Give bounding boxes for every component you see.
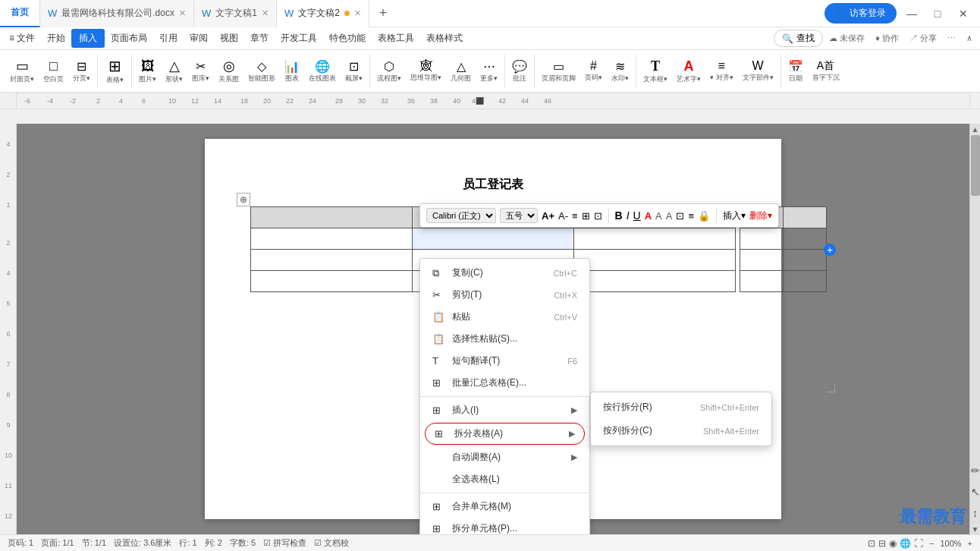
menu-insert[interactable]: 插入 xyxy=(71,29,105,48)
add-tab-button[interactable]: + xyxy=(369,0,397,27)
ctx-cut[interactable]: ✂ 剪切(T) Ctrl+X xyxy=(420,284,589,306)
arttext-button[interactable]: A 艺术字▾ xyxy=(673,56,705,87)
ctx-paste[interactable]: 📋 粘贴 Ctrl+V xyxy=(420,306,589,328)
blank-page-button[interactable]: □ 空白页 xyxy=(39,56,68,87)
table-move-handle[interactable]: ⊕ xyxy=(237,193,250,206)
screenshot-button[interactable]: ⊡ 截屏▾ xyxy=(341,56,366,87)
table-fmt-button[interactable]: ⊞ xyxy=(582,210,590,222)
italic-button[interactable]: I xyxy=(627,209,630,222)
add-column-button[interactable]: + xyxy=(824,244,836,256)
ctx-insert[interactable]: ⊞ 插入(I) ▶ xyxy=(420,399,589,421)
font-shrink-button[interactable]: A- xyxy=(558,210,568,222)
scrollbar-vertical[interactable]: ▲ ✏ ↖ ↕ ▼ xyxy=(969,124,980,534)
table-resize-handle[interactable] xyxy=(826,383,835,392)
shading-button[interactable]: A xyxy=(666,210,673,222)
insert-fmt-button[interactable]: 插入▾ xyxy=(723,209,746,222)
scroll-up-button[interactable]: ▲ xyxy=(970,124,980,134)
unsaved-button[interactable]: ☁ 未保存 xyxy=(825,30,869,47)
menu-tablestyle[interactable]: 表格样式 xyxy=(420,29,469,48)
ctx-translate[interactable]: T 短句翻译(T) F6 xyxy=(420,350,589,372)
lock-button[interactable]: 🔒 xyxy=(698,210,710,222)
wordart-button[interactable]: W 文字部件▾ xyxy=(739,56,777,87)
ctx-mergecell[interactable]: ⊞ 合并单元格(M) xyxy=(420,496,589,518)
align-button[interactable]: ≡ ▾ 对齐▾ xyxy=(706,56,737,87)
section-break-button[interactable]: ⊟ 分页▾ xyxy=(69,56,94,87)
ctx-autoadjust[interactable]: 自动调整(A) ▶ xyxy=(420,446,589,468)
tab-doc3[interactable]: W 文字文稿2 ✕ xyxy=(277,0,369,27)
zoom-plus-button[interactable]: + xyxy=(968,539,972,548)
share-button[interactable]: ↗ 分享 xyxy=(905,30,941,47)
flowchart-button[interactable]: ⬡ 流程图▾ xyxy=(373,56,405,87)
close-button[interactable]: ✕ xyxy=(953,3,974,24)
menu-chapter[interactable]: 章节 xyxy=(244,29,275,48)
tab-doc1-close[interactable]: ✕ xyxy=(179,8,186,18)
tab-doc2-close[interactable]: ✕ xyxy=(262,8,269,18)
table-button[interactable]: ⊞ 表格▾ xyxy=(101,56,128,87)
right-tool-pencil[interactable]: ✏ xyxy=(970,460,980,481)
headerfooter-button[interactable]: ▭ 页眉和页脚 xyxy=(538,56,580,87)
watermark-button[interactable]: ≋ 水印▾ xyxy=(608,56,633,87)
font-color-button[interactable]: A xyxy=(655,210,662,222)
tab-home[interactable]: 首页 xyxy=(0,0,40,27)
view-read-icon[interactable]: ◉ xyxy=(889,538,897,549)
mindmap-button[interactable]: 🕸 思维导图▾ xyxy=(407,56,445,87)
bold-button[interactable]: B xyxy=(615,209,623,222)
maximize-button[interactable]: □ xyxy=(927,3,948,24)
image-button[interactable]: 🖼 图片▾ xyxy=(135,56,160,87)
ctx-pastespecial[interactable]: 📋 选择性粘贴(S)... xyxy=(420,328,589,350)
status-view-buttons[interactable]: ⊡ ⊟ ◉ 🌐 ⛶ xyxy=(868,538,923,549)
tab-doc2[interactable]: W 文字文稿1 ✕ xyxy=(194,0,277,27)
more-tools-button[interactable]: ⋯ 更多▾ xyxy=(476,56,501,87)
geometry-button[interactable]: △ 几何图 xyxy=(447,56,475,87)
ctx-selectall[interactable]: 全选表格(L) xyxy=(420,468,589,490)
date-button[interactable]: 📅 日期 xyxy=(784,56,807,87)
border-button[interactable]: ⊡ xyxy=(676,210,684,222)
ctx-batchsummary[interactable]: ⊞ 批量汇总表格(E)... xyxy=(420,372,589,394)
font-grow-button[interactable]: A+ xyxy=(542,210,554,222)
menu-dev[interactable]: 开发工具 xyxy=(275,29,323,48)
font-family-select[interactable]: Calibri (正文) xyxy=(426,208,496,223)
comment-button[interactable]: 💬 批注 xyxy=(508,56,531,87)
menu-ref[interactable]: 引用 xyxy=(153,29,184,48)
onlinechart-button[interactable]: 🌐 在线图表 xyxy=(305,56,340,87)
menu-layout[interactable]: 页面布局 xyxy=(105,29,153,48)
zoom-minus-button[interactable]: − xyxy=(929,539,934,548)
align-fmt-button[interactable]: ≡ xyxy=(688,210,694,222)
textbox-button[interactable]: T 文本框▾ xyxy=(639,56,671,87)
font-size-select[interactable]: 五号 xyxy=(500,208,538,223)
ctx-copy[interactable]: ⧉ 复制(C) Ctrl+C xyxy=(420,262,589,284)
shape-button[interactable]: △ 形状▾ xyxy=(162,56,187,87)
collab-button[interactable]: ♦ 协作 xyxy=(871,30,903,47)
view-web-icon[interactable]: 🌐 xyxy=(900,538,911,549)
right-tool-cursor[interactable]: ↖ xyxy=(970,481,980,502)
submenu-rowsplit[interactable]: 按行拆分(R) Shift+Ctrl+Enter xyxy=(591,395,771,419)
clip-button[interactable]: ✂ 图库▾ xyxy=(188,56,213,87)
search-box[interactable]: 🔍 查找 xyxy=(774,30,823,47)
highlight-button[interactable]: A xyxy=(645,210,652,222)
view-fullscreen-icon[interactable]: ⛶ xyxy=(914,538,923,549)
tab-doc1[interactable]: W 最需网络科技有限公司.docx ✕ xyxy=(40,0,194,27)
tab-doc3-close[interactable]: ✕ xyxy=(354,8,361,18)
right-tool-other[interactable]: ↕ xyxy=(970,502,980,524)
chart-button[interactable]: 📊 图表 xyxy=(281,56,303,87)
view-normal-icon[interactable]: ⊡ xyxy=(868,538,875,549)
delete-fmt-button[interactable]: 删除▾ xyxy=(749,209,772,222)
ctx-splittable[interactable]: ⊞ 拆分表格(A) ▶ xyxy=(425,423,585,445)
cover-page-button[interactable]: ▭ 封面页▾ xyxy=(6,56,38,87)
status-spellcheck[interactable]: ☑ 拼写检查 xyxy=(263,537,306,549)
minimize-button[interactable]: — xyxy=(901,3,922,24)
smartshape-button[interactable]: ◇ 智能图形 xyxy=(244,56,279,87)
menu-special[interactable]: 特色功能 xyxy=(323,29,372,48)
pagenum-button[interactable]: # 页码▾ xyxy=(581,56,606,87)
scroll-thumb[interactable] xyxy=(971,135,980,196)
menu-file[interactable]: ≡ 文件 xyxy=(3,29,41,48)
menu-tabletool[interactable]: 表格工具 xyxy=(372,29,420,48)
view-layout-icon[interactable]: ⊟ xyxy=(878,538,886,549)
relation-button[interactable]: ◎ 关系图 xyxy=(215,56,243,87)
line-spacing-button[interactable]: ≡ xyxy=(572,210,578,222)
menu-start[interactable]: 开始 xyxy=(41,29,71,48)
menu-view[interactable]: 视图 xyxy=(214,29,244,48)
collapse-button[interactable]: ∧ xyxy=(962,30,977,46)
more-fmt-button[interactable]: ⊡ xyxy=(594,210,602,222)
menu-review[interactable]: 审阅 xyxy=(184,29,214,48)
